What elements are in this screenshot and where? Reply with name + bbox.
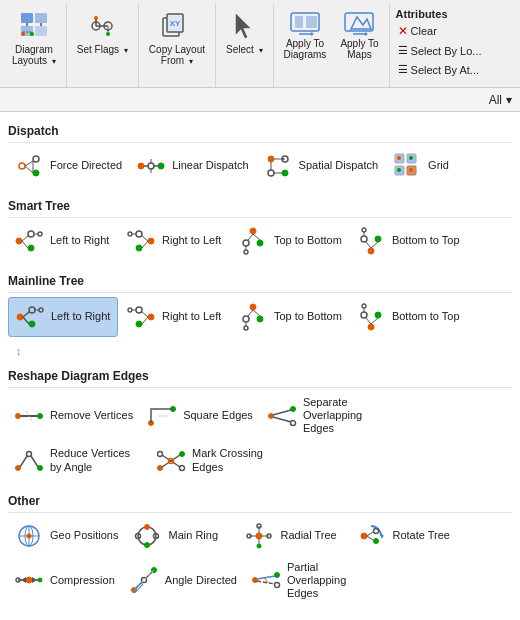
- svg-text:XY: XY: [170, 19, 181, 28]
- mainline-tree-section-header: Mainline Tree: [8, 268, 512, 293]
- select-button[interactable]: Select ▾: [222, 8, 267, 57]
- smart-tree-section-header: Smart Tree: [8, 193, 512, 218]
- svg-point-130: [27, 451, 32, 456]
- filter-dropdown-icon[interactable]: ▾: [506, 93, 512, 107]
- svg-point-13: [94, 16, 98, 20]
- svg-point-67: [148, 238, 154, 244]
- compression-item[interactable]: Compression: [8, 557, 121, 605]
- svg-point-30: [19, 163, 25, 169]
- svg-point-81: [368, 248, 374, 254]
- separate-overlap-item[interactable]: Separate Overlapping Edges: [261, 392, 401, 440]
- svg-line-99: [142, 312, 148, 317]
- smart-left-right-label: Left to Right: [50, 234, 109, 247]
- main-top-bottom-item[interactable]: Top to Bottom: [232, 297, 348, 337]
- svg-line-72: [142, 241, 148, 248]
- smart-bottom-top-item[interactable]: Bottom to Top: [350, 222, 466, 260]
- smart-left-right-item[interactable]: Left to Right: [8, 222, 118, 260]
- svg-point-133: [158, 465, 163, 470]
- square-edges-item[interactable]: Square Edges: [141, 392, 259, 440]
- svg-rect-3: [35, 26, 47, 36]
- main-top-bottom-label: Top to Bottom: [274, 310, 342, 323]
- svg-marker-27: [351, 17, 371, 29]
- attributes-group: Attributes ✕ Clear ☰ Select By Lo... ☰ S…: [390, 4, 490, 87]
- svg-line-79: [253, 234, 260, 240]
- compression-icon: [14, 565, 44, 595]
- radial-tree-item[interactable]: Radial Tree: [238, 517, 348, 555]
- copy-layout-button[interactable]: XY Copy LayoutFrom ▾: [145, 8, 209, 68]
- clear-button[interactable]: ✕ Clear: [394, 22, 486, 40]
- svg-line-100: [142, 317, 148, 324]
- svg-point-124: [290, 406, 295, 411]
- angle-directed-icon: [129, 565, 159, 595]
- select-label: Select ▾: [226, 44, 263, 55]
- rotate-tree-item[interactable]: Rotate Tree: [350, 517, 460, 555]
- reduce-vertices-item[interactable]: Reduce Vertices by Angle: [8, 442, 148, 480]
- svg-point-125: [290, 420, 295, 425]
- svg-point-103: [243, 316, 249, 322]
- svg-line-78: [248, 234, 253, 240]
- main-ring-label: Main Ring: [168, 529, 218, 542]
- rotate-tree-label: Rotate Tree: [392, 529, 449, 542]
- smart-top-bottom-item[interactable]: Top to Bottom: [232, 222, 348, 260]
- main-top-bottom-icon: [238, 302, 268, 332]
- copy-layout-icon: XY: [161, 10, 193, 42]
- main-right-left-label: Right to Left: [162, 310, 221, 323]
- square-edges-label: Square Edges: [183, 409, 253, 422]
- remove-vertices-icon: [14, 401, 44, 431]
- main-right-left-item[interactable]: Right to Left: [120, 297, 230, 337]
- remove-vertices-item[interactable]: Remove Vertices: [8, 392, 139, 440]
- geo-positions-item[interactable]: Geo Positions: [8, 517, 124, 555]
- square-edges-icon: [147, 401, 177, 431]
- svg-marker-25: [311, 32, 314, 36]
- filter-label: All: [489, 93, 502, 107]
- main-ring-item[interactable]: Main Ring: [126, 517, 236, 555]
- angle-directed-item[interactable]: Angle Directed: [123, 557, 243, 605]
- apply-to-diagrams-button[interactable]: Apply ToDiagrams: [278, 8, 333, 87]
- svg-point-181: [274, 583, 279, 588]
- svg-point-37: [148, 163, 154, 169]
- svg-line-163: [367, 532, 373, 536]
- other-grid: Geo Positions Main Ring: [8, 517, 512, 605]
- svg-point-76: [257, 240, 263, 246]
- geo-positions-icon: [14, 521, 44, 551]
- svg-point-74: [250, 228, 256, 234]
- svg-point-56: [397, 156, 401, 160]
- svg-point-171: [38, 578, 42, 582]
- svg-point-102: [250, 304, 256, 310]
- svg-line-127: [273, 417, 291, 422]
- svg-point-89: [29, 307, 35, 313]
- select-by-loc-button[interactable]: ☰ Select By Lo...: [394, 42, 486, 59]
- svg-point-36: [138, 163, 144, 169]
- svg-point-180: [274, 573, 279, 578]
- svg-point-31: [33, 156, 39, 162]
- apply-to-maps-button[interactable]: Apply ToMaps: [334, 8, 384, 87]
- svg-point-84: [362, 228, 366, 232]
- smart-right-left-item[interactable]: Right to Left: [120, 222, 230, 260]
- svg-point-91: [39, 308, 43, 312]
- svg-point-160: [361, 533, 367, 539]
- svg-line-182: [257, 576, 275, 579]
- smart-top-bottom-label: Top to Bottom: [274, 234, 342, 247]
- mainline-tree-grid: Left to Right Right to Left: [8, 297, 512, 337]
- force-directed-item[interactable]: Force Directed: [8, 147, 128, 185]
- remove-vertices-label: Remove Vertices: [50, 409, 133, 422]
- grid-item[interactable]: Grid: [386, 147, 496, 185]
- svg-point-95: [148, 314, 154, 320]
- set-flags-button[interactable]: Set Flags ▾: [73, 8, 132, 57]
- svg-line-183: [257, 581, 275, 584]
- select-icon: [228, 10, 260, 42]
- svg-point-161: [374, 528, 379, 533]
- select-by-att-button[interactable]: ☰ Select By At...: [394, 61, 486, 78]
- svg-point-7: [30, 32, 34, 36]
- partial-overlap-item[interactable]: Partial Overlapping Edges: [245, 557, 385, 605]
- linear-dispatch-item[interactable]: Linear Dispatch: [130, 147, 254, 185]
- mark-crossing-item[interactable]: Mark Crossing Edges: [150, 442, 290, 480]
- svg-point-136: [180, 465, 185, 470]
- spatial-dispatch-item[interactable]: Spatial Dispatch: [257, 147, 385, 185]
- main-left-right-item[interactable]: Left to Right: [8, 297, 118, 337]
- svg-point-135: [158, 451, 163, 456]
- other-section-header: Other: [8, 488, 512, 513]
- diagram-layouts-button[interactable]: DiagramLayouts ▾: [8, 8, 60, 68]
- main-bottom-top-item[interactable]: Bottom to Top: [350, 297, 466, 337]
- svg-rect-23: [306, 16, 317, 28]
